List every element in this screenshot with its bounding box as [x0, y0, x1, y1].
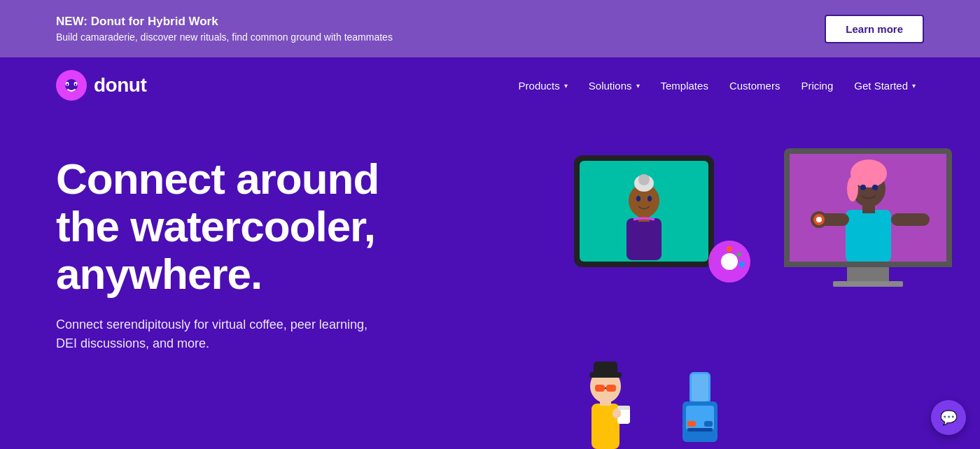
nav-item-customers[interactable]: Customers	[721, 74, 789, 97]
monitor-screen	[784, 148, 952, 267]
svg-point-17	[737, 252, 741, 257]
svg-rect-36	[687, 421, 696, 427]
logo-text: donut	[94, 74, 146, 97]
learn-more-button[interactable]: Learn more	[825, 15, 924, 43]
main-navigation: donut Products ▾ Solutions ▾ Templates C…	[0, 57, 980, 113]
nav-link-templates[interactable]: Templates	[652, 74, 717, 97]
nav-link-get-started[interactable]: Get Started ▾	[846, 74, 924, 97]
svg-rect-20	[846, 210, 891, 262]
chat-icon: 💬	[940, 409, 958, 426]
svg-point-24	[847, 176, 858, 201]
nav-link-customers[interactable]: Customers	[721, 74, 789, 97]
donut-floating-icon	[707, 239, 752, 284]
nav-item-templates[interactable]: Templates	[652, 74, 717, 97]
banner-title: NEW: Donut for Hybrid Work	[56, 15, 393, 29]
water-cooler-illustration	[672, 372, 728, 449]
monitor-stand	[847, 267, 889, 281]
tablet-person-illustration	[595, 162, 693, 260]
hero-illustration	[490, 113, 980, 449]
svg-rect-43	[594, 362, 617, 376]
nav-item-get-started[interactable]: Get Started ▾	[846, 74, 924, 97]
svg-point-15	[721, 253, 738, 270]
nav-link-products[interactable]: Products ▾	[510, 74, 576, 97]
svg-point-31	[816, 217, 822, 222]
svg-rect-37	[704, 421, 713, 427]
svg-rect-45	[606, 385, 616, 392]
street-person-illustration	[574, 358, 637, 449]
tablet-illustration	[574, 155, 714, 267]
banner-text: NEW: Donut for Hybrid Work Build camarad…	[56, 15, 393, 43]
chevron-down-icon: ▾	[912, 82, 916, 90]
nav-link-solutions[interactable]: Solutions ▾	[580, 74, 648, 97]
svg-point-5	[75, 83, 76, 86]
nav-menu: Products ▾ Solutions ▾ Templates Custome…	[510, 74, 924, 97]
chevron-down-icon: ▾	[564, 82, 568, 90]
donut-logo-icon	[56, 70, 87, 101]
nav-item-pricing[interactable]: Pricing	[792, 74, 841, 97]
svg-point-11	[638, 174, 650, 185]
hero-section: Connect around the watercooler, anywhere…	[0, 113, 980, 449]
monitor-person-illustration	[790, 154, 946, 262]
svg-point-13	[648, 196, 652, 201]
svg-rect-7	[626, 218, 662, 260]
svg-rect-48	[617, 406, 630, 410]
svg-point-25	[860, 185, 866, 190]
chat-widget-button[interactable]: 💬	[931, 400, 966, 435]
nav-item-products[interactable]: Products ▾	[510, 74, 576, 97]
monitor-illustration	[784, 148, 952, 287]
svg-point-12	[636, 196, 640, 201]
svg-point-26	[872, 185, 878, 190]
svg-point-18	[739, 262, 745, 267]
svg-point-16	[727, 246, 732, 252]
svg-rect-38	[687, 428, 713, 432]
svg-rect-28	[891, 213, 930, 226]
svg-rect-44	[595, 385, 605, 392]
nav-item-solutions[interactable]: Solutions ▾	[580, 74, 648, 97]
monitor-base	[833, 281, 903, 287]
svg-rect-49	[612, 408, 621, 418]
tablet-screen	[580, 161, 708, 262]
hero-subtext: Connect serendipitously for virtual coff…	[56, 315, 378, 353]
hero-heading: Connect around the watercooler, anywhere…	[56, 155, 379, 299]
chevron-down-icon: ▾	[636, 82, 640, 90]
logo-link[interactable]: donut	[56, 70, 146, 101]
banner-subtitle: Build camaraderie, discover new rituals,…	[56, 31, 393, 43]
svg-rect-33	[692, 374, 708, 401]
svg-point-4	[66, 83, 68, 86]
nav-link-pricing[interactable]: Pricing	[792, 74, 841, 97]
announcement-banner: NEW: Donut for Hybrid Work Build camarad…	[0, 0, 980, 57]
hero-content: Connect around the watercooler, anywhere…	[56, 155, 379, 353]
